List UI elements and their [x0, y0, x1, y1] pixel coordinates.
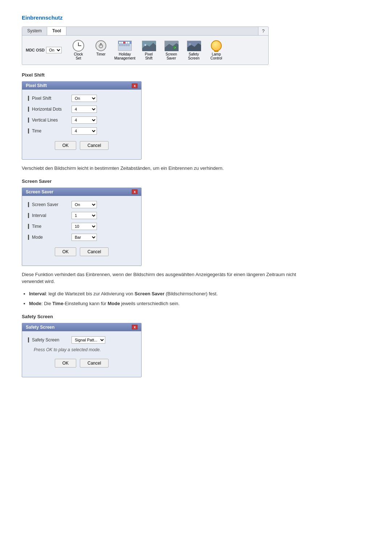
pixel-shift-svg [142, 41, 156, 51]
bullet-item-0: Interval: legt die Wartezeit bis zur Akt… [29, 290, 312, 297]
screen-saver-dialog-titlebar: Screen Saver x [22, 188, 141, 196]
pixel-shift-select-1[interactable]: 1234 [72, 106, 97, 113]
svg-rect-11 [189, 43, 191, 45]
pixel-shift-row-label-3: Time [32, 128, 41, 134]
screen-saver-ok-button[interactable]: OK [55, 247, 76, 256]
screen-saver-footer: OK Cancel [28, 245, 135, 260]
toolbar-body: MDC OSD On Off ClockSet [22, 36, 268, 65]
screen-saver-icon: ✓ [164, 41, 178, 51]
label-bar-3 [28, 128, 29, 134]
safety-screen-icon-box [187, 40, 201, 52]
lamp-control-icon-box [209, 40, 224, 52]
screen-saver-dialog: Screen Saver x Screen Saver OnOff Interv… [22, 188, 142, 266]
pixel-shift-row-3: Time 1234 [28, 127, 135, 135]
safety-screen-row-label-0: Safety Screen [32, 337, 59, 342]
pixel-shift-button[interactable]: PixelShift [138, 38, 160, 62]
screen-saver-select-2[interactable]: 102030 [72, 223, 97, 230]
screen-saver-label-3: Mode [28, 235, 72, 240]
screen-saver-select-0[interactable]: OnOff [72, 201, 97, 208]
screen-saver-button[interactable]: ✓ ScreenSaver [160, 38, 182, 62]
pixel-shift-ok-button[interactable]: OK [55, 141, 76, 150]
screen-saver-label: ScreenSaver [166, 52, 177, 60]
holiday-icon [118, 41, 132, 51]
screen-saver-bullets: Interval: legt die Wartezeit bis zur Akt… [29, 290, 312, 307]
ss-label-bar-0 [28, 202, 29, 207]
pixel-shift-heading: Pixel Shift [22, 72, 370, 78]
clock-icon [73, 40, 84, 52]
safety-screen-close-button[interactable]: x [132, 325, 138, 329]
safety-screen-dialog-titlebar: Safety Screen x [22, 323, 141, 331]
safety-screen-ok-button[interactable]: OK [55, 359, 76, 368]
safety-screen-button[interactable]: SafetyScreen [183, 38, 205, 62]
screen-saver-dialog-body: Screen Saver OnOff Interval 123 Time 102… [22, 196, 141, 266]
timer-label: Timer [96, 52, 105, 56]
safety-screen-dialog-body: Safety Screen Signal Patt...ScrollPixel … [22, 331, 141, 377]
safety-screen-note: Press OK to play a selected mode. [34, 347, 130, 352]
mdc-osd-select[interactable]: On Off [46, 47, 62, 53]
timer-icon-box [94, 40, 108, 52]
pixel-shift-label-3: Time [28, 128, 72, 134]
svg-text:✓: ✓ [174, 47, 176, 49]
screen-saver-heading: Screen Saver [22, 178, 370, 184]
pixel-shift-dialog-titlebar: Pixel Shift x [22, 82, 141, 90]
pixel-shift-row-1: Horizontal Dots 1234 [28, 106, 135, 113]
pixel-shift-footer: OK Cancel [28, 138, 135, 154]
pixel-shift-row-label-1: Horizontal Dots [32, 107, 62, 112]
screen-saver-select-1[interactable]: 123 [72, 212, 97, 219]
pixel-shift-cancel-button[interactable]: Cancel [80, 141, 109, 150]
lamp-icon [211, 40, 222, 51]
svg-point-8 [173, 46, 176, 49]
pixel-shift-row-2: Vertical Lines 1234 [28, 116, 135, 124]
ss-label-bar-3 [28, 235, 29, 240]
bullet-item-1: Mode: Die Time-Einstellung kann für Mode… [29, 300, 312, 307]
screen-saver-description: Diese Funktion verhindert das Einbrennen… [22, 271, 305, 285]
screen-saver-row-0: Screen Saver OnOff [28, 201, 135, 208]
screen-saver-icon-box: ✓ [164, 40, 179, 52]
page-title: Einbrennschutz [22, 15, 370, 21]
safety-screen-icon [187, 41, 201, 51]
pixel-shift-select-2[interactable]: 1234 [72, 116, 97, 124]
help-button[interactable]: ? [258, 27, 268, 36]
mdc-osd-section: MDC OSD On Off [26, 47, 62, 53]
pixel-shift-dialog-body: Pixel Shift OnOff Horizontal Dots 1234 V… [22, 90, 141, 159]
screen-saver-label-0: Screen Saver [28, 202, 72, 207]
pixel-shift-row-label-2: Vertical Lines [32, 118, 58, 123]
svg-point-6 [145, 44, 146, 46]
ssc-label-bar-0 [28, 337, 29, 342]
screen-saver-cancel-button[interactable]: Cancel [80, 247, 109, 256]
screen-saver-close-button[interactable]: x [132, 189, 138, 194]
lamp-control-button[interactable]: LampControl [205, 38, 227, 62]
safety-screen-select-0[interactable]: Signal Patt...ScrollPixel [72, 336, 105, 344]
screen-saver-row-2: Time 102030 [28, 223, 135, 230]
holiday-label: HolidayManagement [114, 52, 135, 60]
screen-saver-label-1: Interval [28, 213, 72, 218]
tab-system[interactable]: System [22, 27, 47, 35]
safety-screen-cancel-button[interactable]: Cancel [80, 359, 109, 368]
pixel-shift-icon [142, 41, 156, 51]
screen-saver-row-label-3: Mode [32, 235, 43, 240]
screen-saver-svg: ✓ [165, 41, 179, 51]
pixel-shift-close-button[interactable]: x [132, 83, 138, 88]
pixel-shift-label-0: Pixel Shift [28, 96, 72, 101]
screen-saver-select-3[interactable]: BarFadeScroll [72, 234, 97, 241]
pixel-shift-select-0[interactable]: OnOff [72, 95, 97, 102]
safety-screen-heading: Safety Screen [22, 314, 370, 319]
safety-screen-dialog: Safety Screen x Safety Screen Signal Pat… [22, 323, 142, 377]
pixel-shift-select-3[interactable]: 1234 [72, 127, 97, 135]
tab-tool[interactable]: Tool [47, 27, 66, 35]
ss-label-bar-1 [28, 213, 29, 218]
screen-saver-row-label-1: Interval [32, 213, 46, 218]
lamp-control-label: LampControl [211, 52, 222, 60]
bullet-1-bold3: Mode [108, 301, 120, 306]
label-bar-1 [28, 107, 29, 112]
toolbar-tabs-row: System Tool ? [22, 27, 268, 36]
holiday-management-button[interactable]: HolidayManagement [113, 38, 137, 62]
bullet-1-middle: : Die [41, 301, 52, 306]
timer-svg [98, 43, 104, 49]
timer-button[interactable]: Timer [90, 38, 112, 62]
pixel-shift-label-1: Horizontal Dots [28, 107, 72, 112]
clock-set-button[interactable]: ClockSet [68, 38, 89, 62]
bullet-1-suffix2: jeweils unterschiedlich sein. [120, 301, 179, 306]
safety-screen-footer: OK Cancel [28, 356, 135, 372]
screen-saver-row-3: Mode BarFadeScroll [28, 234, 135, 241]
